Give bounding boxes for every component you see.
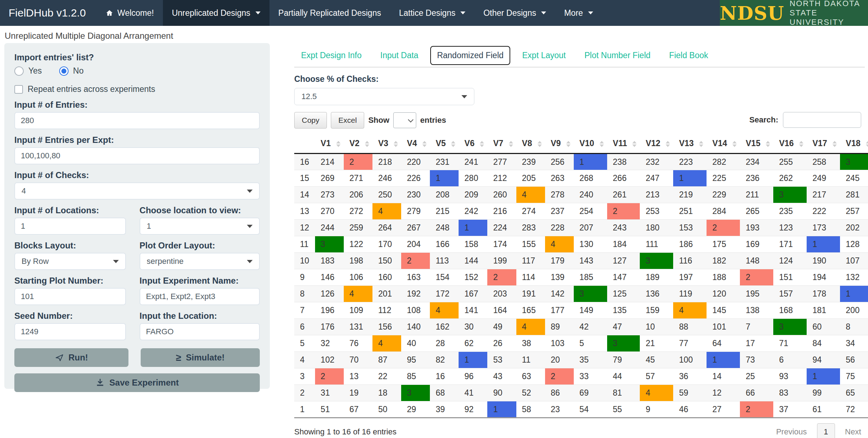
- excel-button[interactable]: Excel: [331, 112, 364, 129]
- plot-cell: 11: [516, 352, 545, 368]
- nav-item-more[interactable]: More: [555, 0, 602, 26]
- run-button-label: Run!: [69, 353, 88, 363]
- page-length-select[interactable]: [393, 112, 416, 128]
- check-plot-cell: 1: [574, 154, 607, 170]
- plot-cell: 81: [607, 385, 640, 401]
- column-header-v18[interactable]: V18: [840, 135, 868, 154]
- nav-item-other-designs[interactable]: Other Designs: [474, 0, 555, 26]
- plot-cell: 82: [430, 352, 459, 368]
- check-plot-cell: 1: [487, 401, 516, 418]
- nav-item-lattice-designs[interactable]: Lattice Designs: [390, 0, 474, 26]
- check-plot-cell: 2: [344, 154, 372, 170]
- plot-cell: 9: [640, 401, 673, 418]
- column-header-v8[interactable]: V8: [516, 135, 545, 154]
- check-plot-cell: 4: [372, 335, 401, 352]
- plot-cell: 41: [459, 385, 487, 401]
- app-brand[interactable]: FielDHub v1.2.0: [0, 0, 97, 26]
- previous-page-button[interactable]: Previous: [776, 427, 807, 437]
- repeat-entries-checkbox[interactable]: [14, 85, 23, 94]
- plot-order-select[interactable]: serpentine: [140, 253, 260, 270]
- tab-plot-number-field[interactable]: Plot Number Field: [578, 46, 657, 65]
- column-header-v6[interactable]: V6: [459, 135, 487, 154]
- column-header-v7[interactable]: V7: [487, 135, 516, 154]
- plot-cell: 273: [315, 187, 344, 203]
- plot-cell: 20: [545, 352, 574, 368]
- column-header-v12[interactable]: V12: [640, 135, 673, 154]
- tab-input-data[interactable]: Input Data: [374, 46, 425, 65]
- column-header-v5[interactable]: V5: [430, 135, 459, 154]
- checks-pct-select[interactable]: 12.5: [294, 88, 474, 105]
- plot-cell: 264: [372, 220, 401, 236]
- column-header-v16[interactable]: V16: [773, 135, 807, 154]
- sidebar-panel: Import entries' list? Yes No Repeat entr…: [4, 43, 270, 389]
- next-page-button[interactable]: Next: [845, 427, 861, 437]
- location-input[interactable]: [140, 323, 260, 340]
- seed-number-input[interactable]: [14, 323, 126, 340]
- experiment-name-input[interactable]: [140, 288, 260, 305]
- plot-cell: 170: [372, 236, 401, 253]
- radio-option-yes[interactable]: Yes: [14, 66, 42, 76]
- home-icon: [105, 9, 113, 17]
- radio-no[interactable]: [59, 66, 69, 76]
- plot-cell: 95: [401, 352, 430, 368]
- plot-cell: 272: [344, 203, 372, 220]
- radio-yes[interactable]: [14, 66, 24, 76]
- plot-cell: 143: [574, 253, 607, 269]
- run-button[interactable]: Run!: [14, 348, 128, 367]
- plot-cell: 199: [487, 253, 516, 269]
- locations-input[interactable]: [14, 218, 126, 235]
- plot-cell: 39: [430, 401, 459, 418]
- plot-cell: 67: [344, 401, 372, 418]
- column-header-v14[interactable]: V14: [707, 135, 740, 154]
- simulate-button[interactable]: ≥ Simulate!: [141, 348, 260, 367]
- nav-item-partially-replicated-designs[interactable]: Partially Replicated Designs: [269, 0, 390, 26]
- column-header-v13[interactable]: V13: [673, 135, 707, 154]
- tab-randomized-field[interactable]: Randomized Field: [430, 46, 510, 65]
- main-content: Expt Design InfoInput DataRandomized Fie…: [294, 46, 865, 438]
- plot-cell: 231: [430, 154, 459, 170]
- plot-cell: 225: [707, 170, 740, 187]
- column-header-v15[interactable]: V15: [740, 135, 773, 154]
- save-experiment-button[interactable]: Save Experiment: [14, 373, 260, 392]
- checks-select[interactable]: 4: [14, 182, 260, 200]
- search-input[interactable]: [783, 112, 861, 128]
- chevron-down-icon: [461, 95, 467, 98]
- plot-cell: 17: [740, 335, 773, 352]
- plot-cell: 213: [640, 187, 673, 203]
- chevron-down-icon: [247, 260, 253, 263]
- plot-cell: 13: [344, 368, 372, 385]
- view-location-select[interactable]: 1: [140, 218, 260, 235]
- repeat-entries-checkbox-row[interactable]: Repeat entries across experiments: [14, 84, 260, 94]
- table-row: 151675029399215823545594627237617215104: [294, 401, 868, 418]
- show-label: Show: [368, 116, 389, 125]
- column-header-v17[interactable]: V17: [807, 135, 840, 154]
- plot-cell: 33: [574, 368, 607, 385]
- column-header-v1[interactable]: V1: [315, 135, 344, 154]
- column-header-v3[interactable]: V3: [372, 135, 401, 154]
- tab-expt-layout[interactable]: Expt Layout: [515, 46, 572, 65]
- starting-plot-input[interactable]: [14, 288, 126, 305]
- column-header-v9[interactable]: V9: [545, 135, 574, 154]
- entries-input[interactable]: [14, 112, 260, 129]
- column-header-v11[interactable]: V11: [607, 135, 640, 154]
- row-index-cell: 12: [294, 220, 315, 236]
- nav-item-unreplicated-designs[interactable]: Unreplicated Designs: [163, 0, 269, 26]
- plot-cell: 274: [516, 203, 545, 220]
- radio-option-no[interactable]: No: [59, 66, 84, 76]
- page-1-button[interactable]: 1: [817, 423, 835, 438]
- plot-cell: 57: [640, 368, 673, 385]
- plot-cell: 214: [315, 154, 344, 170]
- tab-expt-design-info[interactable]: Expt Design Info: [294, 46, 369, 65]
- plot-cell: 107: [840, 253, 868, 269]
- column-header-v10[interactable]: V10: [574, 135, 607, 154]
- tab-field-book[interactable]: Field Book: [662, 46, 715, 65]
- entries-per-expt-input[interactable]: [14, 147, 260, 164]
- nav-item-welcome[interactable]: Welcome!: [97, 0, 163, 26]
- copy-button[interactable]: Copy: [294, 112, 327, 129]
- row-index-header[interactable]: [294, 135, 315, 154]
- column-header-v4[interactable]: V4: [401, 135, 430, 154]
- sort-icons: [451, 141, 455, 147]
- blocks-layout-select[interactable]: By Row: [14, 253, 126, 270]
- column-header-v2[interactable]: V2: [344, 135, 372, 154]
- plot-cell: 83: [773, 385, 807, 401]
